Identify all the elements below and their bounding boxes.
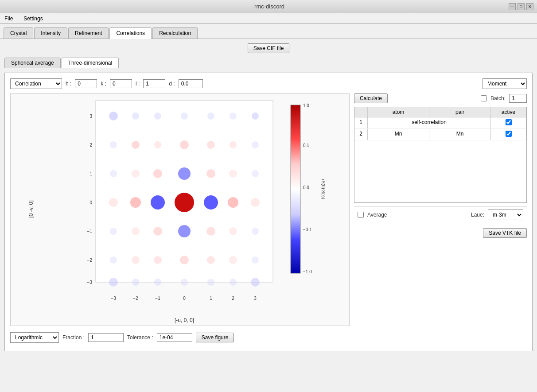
main-area: [-u, 0, 0] [0 -v, 0]: [10, 93, 527, 326]
svg-point-35: [252, 228, 259, 235]
tabs-bar: Crystal Intensity Refinement Correlation…: [0, 24, 537, 39]
svg-point-25: [175, 193, 194, 212]
sub-tab-spherical[interactable]: Spherical average: [4, 58, 61, 68]
calculate-button[interactable]: Calculate: [354, 93, 388, 103]
svg-point-13: [230, 141, 237, 148]
plot-area: [-u, 0, 0] [0 -v, 0]: [10, 93, 350, 326]
tab-intensity[interactable]: Intensity: [34, 27, 67, 39]
l-label: l :: [136, 81, 140, 87]
row-active-checkbox-1[interactable]: [506, 119, 512, 125]
svg-point-48: [230, 279, 237, 286]
svg-text:1: 1: [210, 296, 212, 301]
maximize-button[interactable]: □: [518, 3, 525, 10]
svg-point-23: [130, 197, 141, 208]
svg-point-41: [229, 256, 237, 264]
svg-point-14: [252, 141, 259, 148]
logarithmic-select[interactable]: Logarithmic Linear: [10, 332, 59, 343]
close-button[interactable]: ✕: [526, 3, 533, 10]
table-col-index: [354, 107, 368, 117]
svg-point-19: [206, 169, 215, 178]
save-cif-row: Save CIF file: [4, 43, 533, 53]
svg-text:1.0: 1.0: [303, 103, 309, 108]
svg-text:−3: −3: [87, 280, 93, 285]
svg-point-22: [109, 198, 118, 207]
svg-point-26: [204, 195, 218, 210]
svg-text:0.0: 0.0: [303, 185, 309, 190]
svg-point-37: [132, 256, 140, 264]
svg-point-28: [251, 198, 260, 207]
row-active-checkbox-2[interactable]: [506, 131, 512, 137]
average-row: Average Laue: m-3m m-3 6/mmm 6/m 4/mmm 4…: [354, 206, 527, 223]
svg-point-24: [151, 195, 165, 210]
correlation-table: atom pair active 1 self-correlation: [354, 107, 527, 203]
batch-input[interactable]: [509, 94, 527, 103]
tab-refinement[interactable]: Refinement: [68, 27, 109, 39]
table-row: 1 self-correlation: [354, 117, 526, 129]
sub-tab-three-dimensional[interactable]: Three-dimensional: [62, 58, 119, 68]
svg-point-1: [109, 112, 118, 120]
table-header: atom pair active: [354, 107, 526, 117]
row-active-2[interactable]: [491, 129, 526, 140]
svg-point-2: [132, 113, 139, 120]
svg-text:⟨S(0)·S(r)⟩: ⟨S(0)·S(r)⟩: [321, 179, 326, 199]
tolerance-input[interactable]: [157, 333, 192, 342]
svg-text:0: 0: [90, 200, 92, 205]
row-atom-2: Mn: [368, 129, 429, 140]
svg-point-39: [180, 256, 189, 264]
tab-crystal[interactable]: Crystal: [4, 27, 33, 39]
batch-checkbox[interactable]: [481, 95, 487, 101]
svg-point-49: [251, 278, 260, 287]
moment-select[interactable]: Moment Charge: [483, 78, 527, 89]
tab-recalculation[interactable]: Recalculation: [152, 27, 198, 39]
row-index-2: 2: [354, 129, 368, 140]
svg-point-6: [230, 113, 237, 120]
controls-row: Correlation Structure factor Pair distan…: [10, 78, 527, 89]
svg-point-31: [153, 227, 162, 236]
h-input[interactable]: [75, 79, 97, 88]
svg-point-9: [132, 141, 140, 149]
save-figure-button[interactable]: Save figure: [196, 333, 234, 342]
calculate-row: Calculate Batch:: [354, 93, 527, 103]
svg-text:2: 2: [232, 296, 234, 301]
svg-text:−2: −2: [133, 296, 138, 301]
menu-settings[interactable]: Settings: [21, 15, 45, 23]
svg-point-43: [109, 278, 118, 287]
table-col-atom: atom: [368, 107, 429, 117]
svg-text:−1: −1: [87, 229, 93, 234]
k-input[interactable]: [110, 79, 132, 88]
tolerance-label: Tolerance :: [127, 334, 153, 341]
svg-text:−1: −1: [155, 296, 160, 301]
save-vtk-button[interactable]: Save VTK file: [483, 228, 527, 238]
svg-point-34: [229, 227, 237, 235]
svg-point-15: [110, 170, 117, 177]
svg-point-36: [110, 256, 117, 264]
svg-point-16: [132, 170, 140, 178]
row-active-1[interactable]: [491, 117, 526, 128]
save-cif-button[interactable]: Save CIF file: [248, 43, 290, 53]
menu-file[interactable]: File: [2, 15, 16, 23]
l-input[interactable]: [143, 79, 165, 88]
bottom-controls: Logarithmic Linear Fraction : Tolerance …: [10, 330, 527, 345]
svg-point-21: [252, 170, 259, 177]
fraction-input[interactable]: [88, 333, 124, 342]
minimize-button[interactable]: —: [509, 3, 516, 10]
svg-point-46: [181, 279, 188, 286]
svg-rect-64: [291, 105, 300, 273]
batch-label: Batch:: [490, 95, 506, 101]
d-label: d :: [169, 81, 175, 87]
k-label: k :: [101, 81, 106, 87]
svg-point-17: [153, 169, 162, 178]
tab-correlations[interactable]: Correlations: [109, 27, 152, 39]
three-dimensional-panel: Correlation Structure factor Pair distan…: [4, 73, 533, 351]
right-panel: Calculate Batch: atom pair active: [354, 93, 527, 326]
fraction-label: Fraction :: [62, 334, 85, 341]
svg-point-3: [154, 113, 161, 120]
correlation-select[interactable]: Correlation Structure factor Pair distan…: [10, 78, 62, 89]
d-input[interactable]: [179, 79, 203, 88]
svg-point-10: [154, 141, 161, 148]
laue-select[interactable]: m-3m m-3 6/mmm 6/m 4/mmm 4/m mmm 2/m -1: [488, 210, 523, 220]
average-checkbox[interactable]: [358, 212, 364, 218]
svg-text:0.1: 0.1: [303, 143, 309, 148]
svg-text:1: 1: [90, 171, 92, 176]
svg-point-12: [207, 141, 215, 149]
